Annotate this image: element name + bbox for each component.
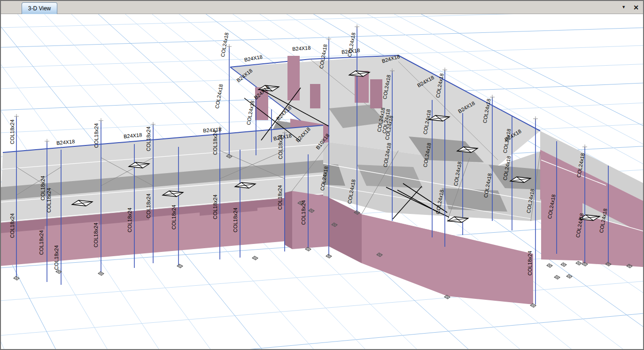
column-label: COL24x18 [347, 32, 357, 57]
column-label: COL24x18 [220, 32, 230, 57]
column-label: COL18x24 [9, 213, 15, 238]
tab-controls: ▼ ✕ [620, 1, 640, 14]
3d-view-window: B24X18B24X18B24X18B24X18B24X18B24X18B24X… [0, 0, 644, 350]
column-label: COL18x24 [93, 123, 99, 148]
column-label: COL18x24 [127, 208, 132, 233]
support-icon [326, 254, 332, 258]
column-label: COL18x24 [278, 135, 283, 160]
column-label: COL18x24 [93, 223, 99, 248]
support-icon [252, 256, 258, 260]
beam-label: B24X18 [292, 45, 311, 52]
3d-view-canvas[interactable]: B24X18B24X18B24X18B24X18B24X18B24X18B24X… [1, 14, 643, 350]
close-icon[interactable]: ✕ [632, 3, 640, 12]
column-label: COL18x24 [212, 195, 218, 220]
column-label: COL18x24 [277, 185, 283, 210]
chevron-down-icon[interactable]: ▼ [620, 4, 627, 10]
column-label: COL18x24 [40, 176, 46, 201]
support-icon [554, 275, 560, 279]
grid-line [1, 14, 643, 28]
support-icon [177, 264, 183, 268]
column-label: COL18x24 [301, 200, 306, 225]
beam-label: B24X18 [244, 54, 263, 63]
column-label: COL18x24 [46, 188, 52, 213]
column-label: COL18x24 [54, 245, 59, 270]
column-label: COL18x24 [39, 230, 44, 255]
beam-label: B24X18 [56, 138, 75, 145]
column-label: COL18x24 [212, 130, 218, 155]
tab-label: 3-D View [28, 5, 51, 12]
opening-marker [448, 217, 468, 222]
tab-3d-view[interactable]: 3-D View [22, 2, 57, 14]
support-icon [561, 263, 566, 266]
column-label: COL18x24 [9, 120, 15, 145]
column-label: COL18x24 [233, 208, 238, 233]
column-label: COL18x24 [527, 251, 533, 276]
beam-label: B24X18 [124, 132, 142, 139]
column-label: COL24x18 [246, 100, 256, 125]
column-label: COL18x24 [171, 205, 177, 230]
tab-bar: 3-D View ▼ ✕ [1, 1, 643, 14]
column-label: COL18x24 [146, 127, 151, 152]
support-icon [98, 272, 104, 275]
support-icon [547, 264, 552, 267]
column-label: COL18x24 [146, 194, 151, 219]
grid-line [1, 313, 643, 350]
support-icon [576, 261, 582, 265]
grid-line [1, 281, 643, 335]
